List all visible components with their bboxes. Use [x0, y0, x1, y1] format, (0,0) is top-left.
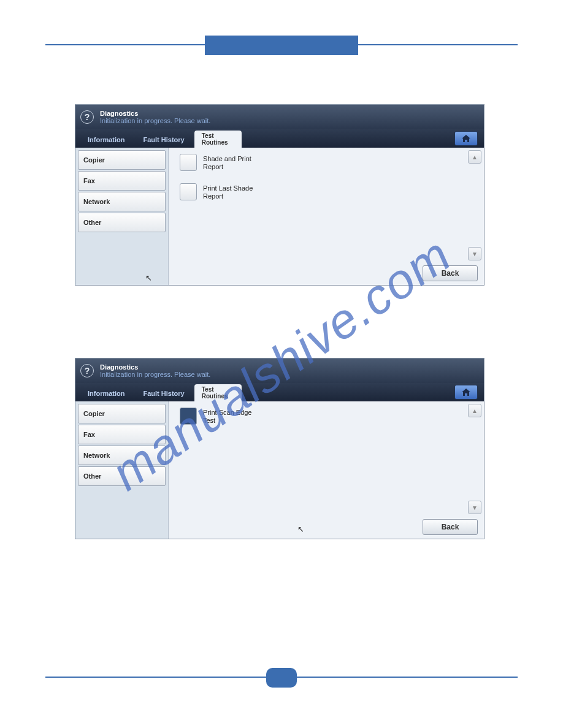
sidebar-item-fax[interactable]: Fax [78, 425, 166, 444]
back-button[interactable]: Back [423, 265, 478, 281]
sidebar-item-copier[interactable]: Copier [78, 150, 166, 170]
panel-subtitle: Initialization in progress. Please wait. [100, 117, 210, 124]
tab-fault-history[interactable]: Fault History [135, 132, 193, 148]
tab-strip: Information Fault History Test Routines [75, 129, 484, 148]
sidebar-item-other[interactable]: Other [78, 213, 166, 232]
title-bar: ? Diagnostics Initialization in progress… [75, 105, 484, 129]
tab-information[interactable]: Information [79, 385, 134, 401]
scroll-down-button[interactable]: ▼ [468, 501, 481, 514]
body-area: Copier Fax Network Other Print Scan Edge… [75, 401, 484, 539]
cursor-icon: ↖ [145, 273, 152, 282]
scroll-up-button[interactable]: ▲ [468, 404, 481, 417]
home-icon [462, 389, 470, 396]
title-bar: ? Diagnostics Initialization in progress… [75, 358, 484, 383]
option-label: Print Last ShadeReport [203, 183, 253, 200]
sidebar-item-other[interactable]: Other [78, 466, 166, 486]
help-icon: ? [80, 110, 94, 124]
home-icon [462, 135, 470, 142]
tab-label-line1: Test [202, 386, 214, 393]
checkbox-icon [180, 183, 197, 200]
sidebar-item-fax[interactable]: Fax [78, 171, 166, 191]
tab-fault-history[interactable]: Fault History [135, 385, 193, 401]
sidebar-item-network[interactable]: Network [78, 446, 166, 465]
tab-strip: Information Fault History Test Routines [75, 383, 484, 401]
home-button[interactable] [454, 385, 478, 400]
tab-label-line2: Routines [202, 393, 228, 400]
sidebar-item-copier[interactable]: Copier [78, 404, 166, 423]
home-button[interactable] [454, 131, 478, 146]
panel-subtitle: Initialization in progress. Please wait. [100, 371, 210, 378]
option-shade-print-report[interactable]: Shade and PrintReport [180, 154, 251, 171]
panel-title: Diagnostics [100, 110, 210, 117]
header-block [205, 36, 358, 55]
sidebar: Copier Fax Network Other [75, 401, 169, 539]
diagnostics-panel-2: ? Diagnostics Initialization in progress… [75, 358, 484, 539]
option-label: Shade and PrintReport [203, 154, 251, 171]
tab-label-line1: Test [202, 132, 214, 139]
option-print-scan-edge-test[interactable]: Print Scan EdgeTest [180, 408, 252, 425]
option-label: Print Scan EdgeTest [203, 408, 252, 425]
back-button[interactable]: Back [423, 519, 478, 535]
footer-page-badge [266, 668, 297, 688]
sidebar-item-network[interactable]: Network [78, 192, 166, 211]
tab-label-line2: Routines [202, 139, 228, 146]
cursor-icon: ↖ [297, 525, 304, 534]
option-print-last-shade-report[interactable]: Print Last ShadeReport [180, 183, 253, 200]
checkbox-icon [180, 408, 197, 425]
scroll-up-button[interactable]: ▲ [468, 150, 481, 164]
scroll-down-button[interactable]: ▼ [468, 247, 481, 260]
diagnostics-panel-1: ? Diagnostics Initialization in progress… [75, 104, 484, 286]
body-area: Copier Fax Network Other Shade and Print… [75, 148, 484, 285]
tab-information[interactable]: Information [79, 132, 134, 148]
sidebar: Copier Fax Network Other [75, 148, 169, 285]
panel-title: Diagnostics [100, 363, 210, 371]
help-icon: ? [80, 364, 94, 377]
content-area: Shade and PrintReport Print Last ShadeRe… [169, 148, 484, 285]
content-area: Print Scan EdgeTest ▲ ▼ Back ↖ [169, 401, 484, 539]
tab-test-routines[interactable]: Test Routines [194, 384, 242, 401]
checkbox-icon [180, 154, 197, 171]
tab-test-routines[interactable]: Test Routines [194, 131, 242, 148]
